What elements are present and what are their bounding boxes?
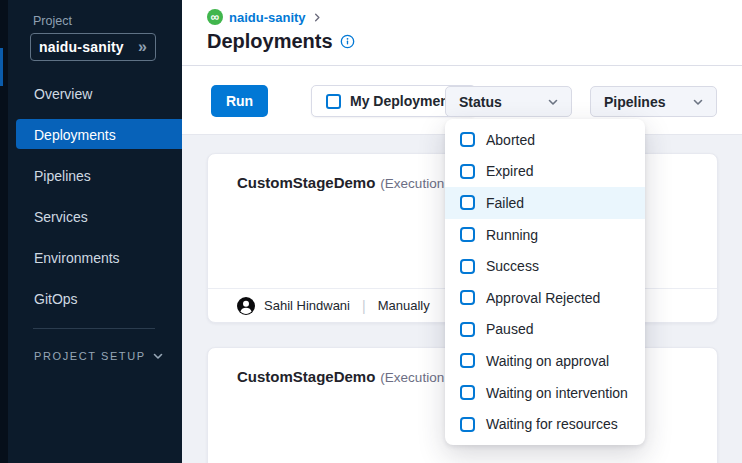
execution-card-title-row: CustomStageDemo (Execution Id [237, 174, 459, 191]
info-icon[interactable] [340, 34, 355, 49]
status-option-success[interactable]: Success [445, 250, 645, 282]
checkbox-icon[interactable] [460, 227, 475, 242]
double-chevron-icon[interactable]: » [138, 39, 147, 55]
status-option-waiting-on-approval[interactable]: Waiting on approval [445, 345, 645, 377]
checkbox-icon[interactable] [460, 259, 475, 274]
status-option-running[interactable]: Running [445, 219, 645, 251]
pipelines-filter-label: Pipelines [604, 94, 665, 110]
status-filter-label: Status [459, 94, 502, 110]
sidebar-divider [33, 328, 155, 329]
sidebar-item-gitops[interactable]: GitOps [0, 278, 182, 319]
cd-module-icon: ∞ [207, 9, 223, 25]
breadcrumb: ∞ naidu-sanity [207, 9, 323, 25]
sidebar-item-deployments[interactable]: Deployments [0, 114, 182, 155]
footer-separator: | [362, 298, 366, 314]
breadcrumb-project-link[interactable]: naidu-sanity [229, 10, 306, 25]
page-title-row: Deployments [207, 30, 355, 53]
checkbox-icon[interactable] [460, 195, 475, 210]
triggered-by-user: Sahil Hindwani [264, 298, 350, 313]
checkbox-icon[interactable] [460, 132, 475, 147]
pipeline-name: CustomStageDemo [237, 174, 375, 191]
status-option-approval-rejected[interactable]: Approval Rejected [445, 282, 645, 314]
execution-card-title-row: CustomStageDemo (Execution Id [237, 368, 459, 385]
sidebar-nav: Overview Deployments Pipelines Services … [0, 73, 182, 319]
avatar [237, 297, 255, 315]
status-option-label: Approval Rejected [486, 290, 600, 306]
status-option-failed[interactable]: Failed [445, 187, 645, 219]
trigger-type: Manually [378, 298, 430, 313]
project-selector[interactable]: naidu-sanity » [30, 33, 156, 61]
sidebar-item-label: Environments [34, 250, 120, 266]
sidebar-item-environments[interactable]: Environments [0, 237, 182, 278]
sidebar-item-services[interactable]: Services [0, 196, 182, 237]
sidebar-item-label: Overview [34, 86, 92, 102]
sidebar-item-pipelines[interactable]: Pipelines [0, 155, 182, 196]
sidebar-item-label: Services [34, 209, 88, 225]
chevron-down-icon [692, 96, 704, 108]
checkbox-icon[interactable] [460, 385, 475, 400]
status-option-label: Failed [486, 195, 524, 211]
sidebar-item-label: GitOps [34, 291, 78, 307]
status-option-label: Waiting on intervention [486, 385, 628, 401]
status-option-label: Waiting on approval [486, 353, 609, 369]
pipeline-name: CustomStageDemo [237, 368, 375, 385]
status-option-label: Paused [486, 321, 533, 337]
status-dropdown-menu: Aborted Expired Failed Running Success A… [445, 119, 645, 445]
status-option-label: Running [486, 227, 538, 243]
page-title: Deployments [207, 30, 333, 53]
checkbox-icon[interactable] [460, 290, 475, 305]
status-option-label: Waiting for resources [486, 416, 618, 432]
status-option-label: Success [486, 258, 539, 274]
project-selector-value: naidu-sanity [39, 39, 124, 55]
status-option-label: Aborted [486, 132, 535, 148]
project-setup-label: PROJECT SETUP [34, 350, 146, 362]
status-option-aborted[interactable]: Aborted [445, 124, 645, 156]
sidebar: Project naidu-sanity » Overview Deployme… [0, 0, 182, 463]
chevron-down-icon [547, 96, 559, 108]
sidebar-item-overview[interactable]: Overview [0, 73, 182, 114]
status-option-waiting-for-resources[interactable]: Waiting for resources [445, 408, 645, 440]
checkbox-icon[interactable] [326, 94, 341, 109]
status-filter-dropdown[interactable]: Status [445, 86, 572, 117]
page-header: ∞ naidu-sanity Deployments [182, 0, 742, 66]
sidebar-item-label: Pipelines [34, 168, 91, 184]
chevron-right-icon [312, 12, 323, 23]
sidebar-item-label: Deployments [34, 127, 116, 143]
pipelines-filter-dropdown[interactable]: Pipelines [590, 86, 717, 117]
run-button[interactable]: Run [211, 85, 268, 117]
chevron-down-icon [152, 350, 164, 362]
checkbox-icon[interactable] [460, 322, 475, 337]
checkbox-icon[interactable] [460, 353, 475, 368]
project-label: Project [33, 14, 72, 28]
checkbox-icon[interactable] [460, 417, 475, 432]
status-option-waiting-on-intervention[interactable]: Waiting on intervention [445, 377, 645, 409]
main-area: ∞ naidu-sanity Deployments Run My Deploy… [182, 0, 742, 463]
status-option-expired[interactable]: Expired [445, 156, 645, 188]
checkbox-icon[interactable] [460, 164, 475, 179]
status-option-label: Expired [486, 163, 533, 179]
project-setup-toggle[interactable]: PROJECT SETUP [34, 350, 164, 362]
status-option-paused[interactable]: Paused [445, 314, 645, 346]
